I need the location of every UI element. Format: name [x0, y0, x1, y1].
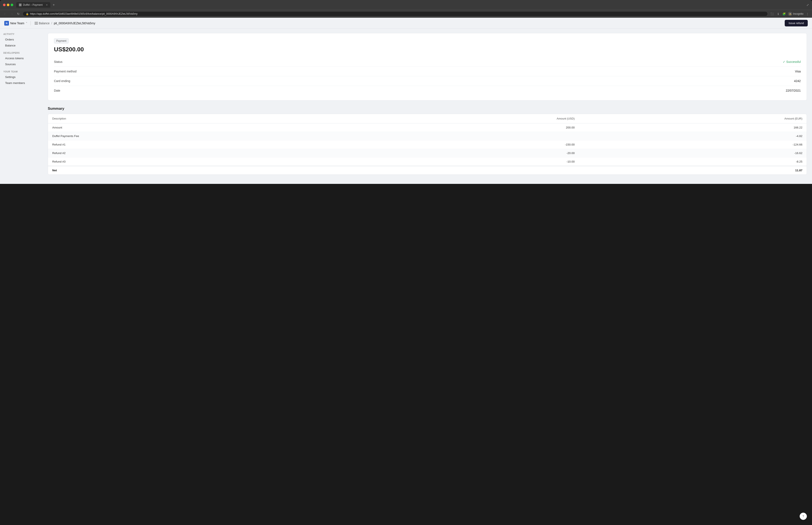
tab-favicon: D	[19, 3, 22, 6]
summary-description: Refund #2	[48, 149, 351, 158]
team-name: New Team	[10, 21, 24, 25]
summary-header-row: Description Amount (USD) Amount (EUR)	[48, 114, 807, 123]
activity-section-label: ACTIVITY	[3, 33, 39, 35]
summary-eur: -4.82	[579, 132, 807, 140]
incognito-avatar: 🕵	[788, 12, 792, 16]
your-team-section-label: YOUR TEAM	[3, 71, 39, 73]
incognito-label: Incognito	[793, 12, 803, 15]
col-description: Description	[48, 114, 351, 123]
extension-icon-1[interactable]: ⬛	[770, 12, 774, 16]
maximize-traffic-light[interactable]	[11, 4, 13, 6]
summary-usd: -20.00	[351, 149, 579, 158]
new-tab-button[interactable]: +	[51, 2, 56, 7]
summary-row: Net11.87	[48, 166, 807, 175]
summary-description: Amount	[48, 123, 351, 132]
payment-method-value: Visa	[795, 70, 801, 73]
tab-title: Duffel – Payment	[23, 3, 43, 6]
summary-eur: -8.25	[579, 158, 807, 166]
browser-fullscreen-icon[interactable]: ⤢	[807, 3, 809, 6]
summary-eur: -16.62	[579, 149, 807, 158]
reload-button[interactable]: ↻	[16, 12, 20, 16]
app-container: N New Team ⌃ Balance / pit_0000A9XhJEZte…	[0, 18, 812, 184]
sidebar-item-access-tokens[interactable]: Access tokens	[3, 55, 39, 61]
payment-badge: Payment	[54, 38, 69, 44]
breadcrumb-balance[interactable]: Balance	[39, 21, 50, 25]
status-label: Status	[54, 60, 62, 63]
summary-eur: 11.87	[579, 166, 807, 175]
payment-card: Payment US$200.00 Status ✓ Successful Pa…	[48, 33, 807, 101]
tab-bar: D Duffel – Payment ✕ +	[16, 2, 804, 7]
date-row: Date 22/07/2021	[54, 86, 801, 95]
tab-close-button[interactable]: ✕	[46, 4, 48, 6]
breadcrumb: Balance / pit_0000A9XhJEZteL5t0Va5my	[39, 21, 95, 25]
sidebar-item-orders[interactable]: Orders	[3, 37, 39, 42]
summary-row: Refund #1-150.00-124.66	[48, 140, 807, 149]
summary-card: Description Amount (USD) Amount (EUR) Am…	[48, 114, 807, 175]
traffic-lights	[3, 4, 13, 6]
browser-menu-button[interactable]: ⋮	[805, 12, 809, 16]
payment-method-label: Payment method	[54, 70, 76, 73]
team-selector[interactable]: N New Team ⌃	[4, 21, 28, 26]
url-bar[interactable]: 🔒 https://app.duffel.com/4ef1b8023ae4948…	[23, 11, 768, 16]
browser-titlebar: D Duffel – Payment ✕ + ⤢	[0, 0, 812, 10]
nav-divider	[30, 21, 31, 25]
col-amount-eur: Amount (EUR)	[579, 114, 807, 123]
info-icon[interactable]: ℹ	[776, 12, 780, 16]
sidebar-item-team-members[interactable]: Team members	[3, 80, 39, 86]
incognito-badge: 🕵 Incognito	[788, 12, 803, 16]
svg-rect-0	[34, 22, 38, 22]
summary-row: Refund #2-20.00-16.62	[48, 149, 807, 158]
card-ending-row: Card ending 4242	[54, 76, 801, 86]
back-button[interactable]: ←	[3, 12, 7, 16]
date-label: Date	[54, 89, 60, 92]
nav-menu-icon[interactable]	[34, 21, 39, 25]
main-layout: ACTIVITY Orders Balance DEVELOPERS Acces…	[0, 29, 812, 184]
summary-description: Refund #1	[48, 140, 351, 149]
summary-description: Refund #3	[48, 158, 351, 166]
top-nav: N New Team ⌃ Balance / pit_0000A9XhJEZte…	[0, 18, 812, 29]
col-amount-usd: Amount (USD)	[351, 114, 579, 123]
card-ending-label: Card ending	[54, 79, 70, 82]
url-text: https://app.duffel.com/4ef1b8023ae4948e0…	[30, 12, 137, 15]
payment-amount: US$200.00	[54, 46, 801, 53]
status-value: ✓ Successful	[783, 60, 801, 63]
sidebar-item-settings[interactable]: Settings	[3, 74, 39, 80]
extensions-icon[interactable]: 🧩	[782, 12, 786, 16]
forward-button[interactable]: →	[10, 12, 14, 16]
team-chevron-icon: ⌃	[26, 22, 28, 25]
date-value: 22/07/2021	[786, 89, 801, 92]
issue-refund-button[interactable]: Issue refund	[785, 20, 808, 27]
sidebar-item-sources[interactable]: Sources	[3, 61, 39, 67]
sidebar: ACTIVITY Orders Balance DEVELOPERS Acces…	[0, 29, 43, 184]
breadcrumb-current: pit_0000A9XhJEZteL5t0Va5my	[54, 21, 95, 25]
summary-usd: -150.00	[351, 140, 579, 149]
svg-rect-1	[34, 23, 38, 24]
breadcrumb-separator: /	[51, 21, 52, 25]
summary-description: Net	[48, 166, 351, 175]
summary-usd: 200.00	[351, 123, 579, 132]
summary-table: Description Amount (USD) Amount (EUR) Am…	[48, 114, 807, 175]
summary-usd	[351, 166, 579, 175]
summary-title: Summary	[48, 106, 807, 111]
card-ending-value: 4242	[794, 79, 801, 82]
summary-usd	[351, 132, 579, 140]
developers-section-label: DEVELOPERS	[3, 52, 39, 54]
svg-rect-2	[34, 24, 38, 25]
summary-eur: 166.22	[579, 123, 807, 132]
payment-method-row: Payment method Visa	[54, 67, 801, 76]
summary-eur: -124.66	[579, 140, 807, 149]
summary-row: Duffel Payments Fee-4.82	[48, 132, 807, 140]
sidebar-item-balance[interactable]: Balance	[3, 43, 39, 48]
summary-usd: -10.00	[351, 158, 579, 166]
minimize-traffic-light[interactable]	[7, 4, 10, 6]
ssl-lock-icon: 🔒	[26, 13, 29, 15]
summary-row: Amount200.00166.22	[48, 123, 807, 132]
summary-row: Refund #3-10.00-8.25	[48, 158, 807, 166]
browser-action-icons: ⬛ ℹ 🧩 🕵 Incognito ⋮	[770, 12, 809, 16]
main-content: Payment US$200.00 Status ✓ Successful Pa…	[43, 29, 812, 184]
active-tab[interactable]: D Duffel – Payment ✕	[16, 2, 50, 7]
status-row: Status ✓ Successful	[54, 57, 801, 67]
close-traffic-light[interactable]	[3, 4, 5, 6]
summary-description: Duffel Payments Fee	[48, 132, 351, 140]
address-bar: ← → ↻ 🔒 https://app.duffel.com/4ef1b8023…	[0, 10, 812, 18]
